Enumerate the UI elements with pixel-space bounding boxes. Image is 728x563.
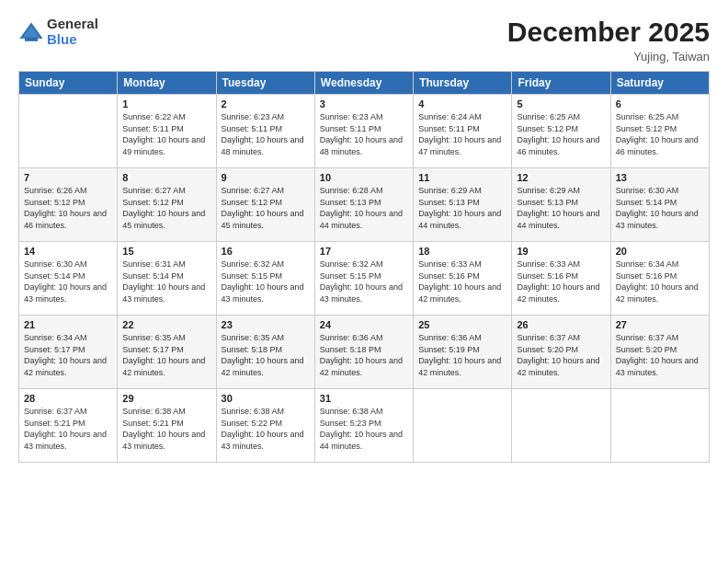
day-number: 8 bbox=[122, 172, 210, 183]
page: General Blue December 2025 Yujing, Taiwa… bbox=[0, 0, 728, 563]
day-number: 26 bbox=[517, 319, 605, 330]
table-row: 20Sunrise: 6:34 AMSunset: 5:16 PMDayligh… bbox=[610, 242, 709, 316]
day-number: 10 bbox=[320, 172, 408, 183]
table-row: 6Sunrise: 6:25 AMSunset: 5:12 PMDaylight… bbox=[610, 95, 709, 168]
location: Yujing, Taiwan bbox=[507, 50, 710, 63]
day-number: 20 bbox=[616, 246, 704, 257]
day-number: 27 bbox=[616, 319, 704, 330]
table-row: 26Sunrise: 6:37 AMSunset: 5:20 PMDayligh… bbox=[512, 316, 610, 389]
day-number: 18 bbox=[418, 246, 506, 257]
table-row: 30Sunrise: 6:38 AMSunset: 5:22 PMDayligh… bbox=[216, 389, 314, 463]
header-friday: Friday bbox=[512, 72, 610, 95]
table-row: 4Sunrise: 6:24 AMSunset: 5:11 PMDaylight… bbox=[414, 95, 512, 168]
day-info: Sunrise: 6:37 AMSunset: 5:20 PMDaylight:… bbox=[616, 332, 704, 378]
day-info: Sunrise: 6:30 AMSunset: 5:14 PMDaylight:… bbox=[24, 259, 112, 304]
table-row bbox=[610, 389, 709, 463]
day-info: Sunrise: 6:22 AMSunset: 5:11 PMDaylight:… bbox=[122, 111, 210, 157]
day-info: Sunrise: 6:33 AMSunset: 5:16 PMDaylight:… bbox=[517, 259, 605, 304]
month-title: December 2025 bbox=[507, 17, 710, 48]
table-row: 19Sunrise: 6:33 AMSunset: 5:16 PMDayligh… bbox=[512, 242, 610, 316]
day-number: 7 bbox=[24, 172, 112, 183]
day-number: 24 bbox=[320, 319, 408, 330]
logo: General Blue bbox=[18, 17, 98, 47]
day-info: Sunrise: 6:27 AMSunset: 5:12 PMDaylight:… bbox=[222, 185, 310, 231]
calendar-week-row: 28Sunrise: 6:37 AMSunset: 5:21 PMDayligh… bbox=[19, 389, 710, 463]
table-row: 15Sunrise: 6:31 AMSunset: 5:14 PMDayligh… bbox=[118, 242, 216, 316]
table-row: 9Sunrise: 6:27 AMSunset: 5:12 PMDaylight… bbox=[216, 168, 314, 242]
table-row: 23Sunrise: 6:35 AMSunset: 5:18 PMDayligh… bbox=[216, 316, 314, 389]
day-number: 28 bbox=[24, 393, 112, 404]
table-row: 13Sunrise: 6:30 AMSunset: 5:14 PMDayligh… bbox=[610, 168, 709, 242]
day-number: 29 bbox=[122, 393, 210, 404]
day-number: 13 bbox=[616, 172, 704, 183]
table-row: 8Sunrise: 6:27 AMSunset: 5:12 PMDaylight… bbox=[118, 168, 216, 242]
day-info: Sunrise: 6:29 AMSunset: 5:13 PMDaylight:… bbox=[517, 185, 605, 231]
table-row: 21Sunrise: 6:34 AMSunset: 5:17 PMDayligh… bbox=[19, 316, 118, 389]
day-number: 16 bbox=[222, 246, 310, 257]
day-info: Sunrise: 6:36 AMSunset: 5:18 PMDaylight:… bbox=[320, 332, 408, 378]
table-row: 11Sunrise: 6:29 AMSunset: 5:13 PMDayligh… bbox=[414, 168, 512, 242]
day-info: Sunrise: 6:35 AMSunset: 5:17 PMDaylight:… bbox=[122, 332, 210, 378]
day-number: 15 bbox=[122, 246, 210, 257]
table-row: 22Sunrise: 6:35 AMSunset: 5:17 PMDayligh… bbox=[118, 316, 216, 389]
day-number: 2 bbox=[222, 98, 310, 109]
day-info: Sunrise: 6:25 AMSunset: 5:12 PMDaylight:… bbox=[517, 111, 605, 157]
day-number: 12 bbox=[517, 172, 605, 183]
table-row: 12Sunrise: 6:29 AMSunset: 5:13 PMDayligh… bbox=[512, 168, 610, 242]
day-number: 14 bbox=[24, 246, 112, 257]
day-number: 5 bbox=[517, 98, 605, 109]
table-row: 7Sunrise: 6:26 AMSunset: 5:12 PMDaylight… bbox=[19, 168, 118, 242]
calendar-header-row: Sunday Monday Tuesday Wednesday Thursday… bbox=[19, 72, 710, 95]
table-row bbox=[512, 389, 610, 463]
table-row: 27Sunrise: 6:37 AMSunset: 5:20 PMDayligh… bbox=[610, 316, 709, 389]
table-row: 17Sunrise: 6:32 AMSunset: 5:15 PMDayligh… bbox=[314, 242, 413, 316]
day-info: Sunrise: 6:38 AMSunset: 5:22 PMDaylight:… bbox=[222, 406, 310, 452]
day-number: 30 bbox=[222, 393, 310, 404]
logo-icon bbox=[18, 19, 44, 45]
logo-blue-label: Blue bbox=[47, 32, 98, 48]
table-row: 14Sunrise: 6:30 AMSunset: 5:14 PMDayligh… bbox=[19, 242, 118, 316]
table-row: 10Sunrise: 6:28 AMSunset: 5:13 PMDayligh… bbox=[314, 168, 413, 242]
day-info: Sunrise: 6:36 AMSunset: 5:19 PMDaylight:… bbox=[418, 332, 506, 378]
calendar-week-row: 14Sunrise: 6:30 AMSunset: 5:14 PMDayligh… bbox=[19, 242, 710, 316]
header-saturday: Saturday bbox=[610, 72, 709, 95]
day-info: Sunrise: 6:34 AMSunset: 5:16 PMDaylight:… bbox=[616, 259, 704, 304]
day-number: 22 bbox=[122, 319, 210, 330]
calendar-table: Sunday Monday Tuesday Wednesday Thursday… bbox=[18, 71, 710, 463]
day-info: Sunrise: 6:32 AMSunset: 5:15 PMDaylight:… bbox=[222, 259, 310, 304]
day-info: Sunrise: 6:38 AMSunset: 5:23 PMDaylight:… bbox=[320, 406, 408, 452]
header-monday: Monday bbox=[118, 72, 216, 95]
day-info: Sunrise: 6:37 AMSunset: 5:20 PMDaylight:… bbox=[517, 332, 605, 378]
day-info: Sunrise: 6:30 AMSunset: 5:14 PMDaylight:… bbox=[616, 185, 704, 231]
table-row: 31Sunrise: 6:38 AMSunset: 5:23 PMDayligh… bbox=[314, 389, 413, 463]
calendar-week-row: 1Sunrise: 6:22 AMSunset: 5:11 PMDaylight… bbox=[19, 95, 710, 168]
title-section: December 2025 Yujing, Taiwan bbox=[507, 17, 710, 63]
day-number: 31 bbox=[320, 393, 408, 404]
day-number: 19 bbox=[517, 246, 605, 257]
day-number: 3 bbox=[320, 98, 408, 109]
day-number: 4 bbox=[418, 98, 506, 109]
day-info: Sunrise: 6:24 AMSunset: 5:11 PMDaylight:… bbox=[418, 111, 506, 157]
calendar-week-row: 21Sunrise: 6:34 AMSunset: 5:17 PMDayligh… bbox=[19, 316, 710, 389]
day-number: 23 bbox=[222, 319, 310, 330]
day-info: Sunrise: 6:29 AMSunset: 5:13 PMDaylight:… bbox=[418, 185, 506, 231]
day-info: Sunrise: 6:38 AMSunset: 5:21 PMDaylight:… bbox=[122, 406, 210, 452]
table-row: 25Sunrise: 6:36 AMSunset: 5:19 PMDayligh… bbox=[414, 316, 512, 389]
table-row: 16Sunrise: 6:32 AMSunset: 5:15 PMDayligh… bbox=[216, 242, 314, 316]
header-wednesday: Wednesday bbox=[314, 72, 413, 95]
day-info: Sunrise: 6:27 AMSunset: 5:12 PMDaylight:… bbox=[122, 185, 210, 231]
header: General Blue December 2025 Yujing, Taiwa… bbox=[18, 17, 710, 63]
day-number: 17 bbox=[320, 246, 408, 257]
day-info: Sunrise: 6:23 AMSunset: 5:11 PMDaylight:… bbox=[320, 111, 408, 157]
table-row bbox=[414, 389, 512, 463]
table-row: 29Sunrise: 6:38 AMSunset: 5:21 PMDayligh… bbox=[118, 389, 216, 463]
day-info: Sunrise: 6:25 AMSunset: 5:12 PMDaylight:… bbox=[616, 111, 704, 157]
day-number: 6 bbox=[616, 98, 704, 109]
logo-general-label: General bbox=[47, 17, 98, 32]
day-number: 25 bbox=[418, 319, 506, 330]
day-info: Sunrise: 6:26 AMSunset: 5:12 PMDaylight:… bbox=[24, 185, 112, 231]
table-row: 3Sunrise: 6:23 AMSunset: 5:11 PMDaylight… bbox=[314, 95, 413, 168]
day-info: Sunrise: 6:35 AMSunset: 5:18 PMDaylight:… bbox=[222, 332, 310, 378]
table-row: 24Sunrise: 6:36 AMSunset: 5:18 PMDayligh… bbox=[314, 316, 413, 389]
svg-rect-2 bbox=[25, 37, 38, 40]
